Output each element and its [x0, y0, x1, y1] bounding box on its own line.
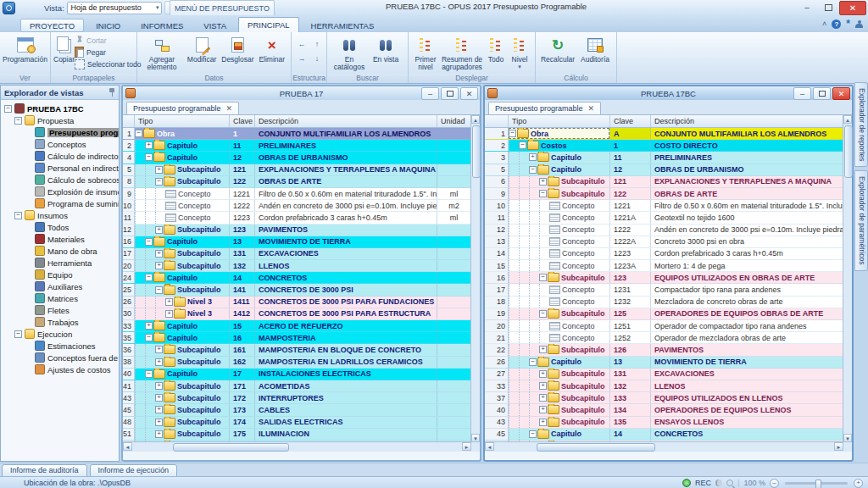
move-down-button[interactable]: ↓: [309, 52, 325, 64]
column-header-descripcion[interactable]: Descripción: [651, 115, 843, 127]
nivel-button[interactable]: Nivel ▾: [508, 34, 531, 70]
row-number-cell[interactable]: 36: [123, 344, 135, 355]
row-expander-icon[interactable]: +: [155, 166, 163, 174]
tree-item[interactable]: Auxiliares: [3, 280, 119, 292]
scroll-up-icon[interactable]: ▲: [471, 115, 480, 124]
tipo-cell[interactable]: +Subcapitulo: [135, 429, 230, 440]
tree-item[interactable]: −Propuesta: [3, 114, 119, 126]
clave-cell[interactable]: 1221A: [610, 212, 651, 223]
row-expander-icon[interactable]: +: [529, 153, 537, 161]
tree-item[interactable]: −Ejecucion: [3, 328, 119, 340]
descripcion-cell[interactable]: ENSAYOS LLENOS: [651, 417, 843, 428]
resumen-agrupadores-button[interactable]: Resumen de agrupadores: [440, 34, 484, 72]
restore-button[interactable]: [818, 1, 838, 14]
table-row[interactable]: 40+Subcapitulo134OPERADORES DE EQUIPOS L…: [485, 404, 843, 416]
tipo-cell[interactable]: −Subcapitulo: [135, 176, 230, 187]
clave-cell[interactable]: 1412: [230, 308, 255, 319]
tree-item[interactable]: Estimaciones: [3, 340, 119, 352]
table-row[interactable]: 43+Subcapitulo135ENSAYOS LLENOS: [485, 417, 843, 429]
table-row[interactable]: 24−Capitulo14CONCRETOS: [123, 272, 471, 284]
row-number-cell[interactable]: 9: [485, 188, 509, 199]
table-row[interactable]: 15Concepto1223AMortero 1: 4 de pega: [485, 260, 843, 272]
user-account-icon[interactable]: [855, 20, 863, 28]
descripcion-cell[interactable]: Operador de mezcladora obras de arte: [651, 332, 843, 343]
row-number-cell[interactable]: 11: [123, 212, 135, 223]
table-row[interactable]: 30+Nivel 31412CONCRETOS DE 3000 PSI PARA…: [123, 308, 471, 320]
row-number-cell[interactable]: 1: [485, 128, 509, 139]
clave-cell[interactable]: 1221: [610, 200, 651, 211]
unidad-cell[interactable]: [437, 272, 471, 283]
table-row[interactable]: 5−Capitulo12OBRAS DE URBANISMO: [485, 164, 843, 176]
programacion-button[interactable]: Programación: [3, 34, 47, 64]
descripcion-cell[interactable]: ACOMETIDAS: [255, 380, 437, 391]
row-expander-icon[interactable]: +: [539, 382, 547, 390]
close-button[interactable]: ✕: [832, 87, 850, 100]
descripcion-cell[interactable]: EXCAVACIONES: [651, 369, 843, 380]
row-number-cell[interactable]: 51: [123, 429, 135, 440]
table-row[interactable]: 1−Obra1CONJUNTO MULTIFAMILIAR LOS ALMEND…: [123, 128, 471, 140]
tipo-cell[interactable]: −Subcapitulo: [509, 308, 610, 319]
row-expander-icon[interactable]: +: [539, 370, 547, 378]
tipo-cell[interactable]: +Subcapitulo: [135, 260, 230, 271]
tipo-cell[interactable]: −Subcapitulo: [135, 284, 230, 295]
table-row[interactable]: 25−Subcapitulo141CONCRETOS DE 3000 PSI: [123, 284, 471, 296]
clave-cell[interactable]: 123: [230, 225, 255, 236]
table-row[interactable]: 9Concepto1221Filtro de 0.50 x 0.60m en m…: [123, 188, 471, 200]
scroll-left-icon[interactable]: ◄: [485, 442, 494, 451]
descripcion-cell[interactable]: CABLES: [255, 404, 437, 415]
unidad-cell[interactable]: [437, 152, 471, 163]
minimize-button[interactable]: –: [421, 87, 439, 100]
tree-item[interactable]: Matrices: [3, 292, 119, 304]
table-row[interactable]: 20Concepto1251Operador de compactador ti…: [485, 320, 843, 332]
tab-informe-de-ejecucion[interactable]: Informe de ejecución: [90, 464, 178, 477]
row-expander-icon[interactable]: +: [539, 406, 547, 413]
table-row[interactable]: 11Concepto1223Cordon prefabricado 3 cara…: [123, 212, 471, 224]
row-number-cell[interactable]: 26: [123, 297, 135, 308]
restore-button[interactable]: [813, 87, 831, 100]
restore-button[interactable]: [441, 87, 459, 100]
descripcion-cell[interactable]: EQUIPOS UTILIZADOS EN LLENOS: [651, 392, 843, 403]
row-expander-icon[interactable]: +: [155, 430, 163, 438]
row-expander-icon[interactable]: −: [135, 130, 142, 137]
descripcion-cell[interactable]: EQUIPOS UTILIZADOS EN OBRAS DE ARTE: [651, 272, 843, 283]
table-row[interactable]: 27+Subcapitulo131EXCAVACIONES: [485, 369, 843, 380]
clave-cell[interactable]: 133: [610, 392, 651, 403]
unidad-cell[interactable]: [437, 344, 471, 355]
table-row[interactable]: 13Concepto1222AConcreto 3000 psi en obra: [485, 236, 843, 248]
minimize-button[interactable]: –: [797, 1, 817, 14]
row-number-cell[interactable]: 2: [485, 140, 509, 151]
tab-explorador-de-reportes[interactable]: Explorador de reportes: [854, 82, 868, 167]
clave-cell[interactable]: 12: [610, 164, 651, 175]
column-header-tipo[interactable]: Tipo: [509, 115, 610, 127]
row-number-cell[interactable]: 16: [123, 236, 135, 247]
table-row[interactable]: 12+Subcapitulo123PAVIMENTOS: [123, 225, 471, 236]
row-expander-icon[interactable]: +: [145, 322, 153, 330]
clave-cell[interactable]: 126: [610, 344, 651, 355]
tipo-cell[interactable]: Concepto: [509, 200, 610, 211]
todo-button[interactable]: Todo: [484, 34, 508, 64]
clave-cell[interactable]: 141: [230, 284, 255, 295]
descripcion-cell[interactable]: CONJUNTO MULTIFAMILIAR LOS ALMENDROS: [255, 128, 437, 139]
row-number-cell[interactable]: 25: [123, 284, 135, 295]
unidad-cell[interactable]: [437, 404, 471, 415]
table-row[interactable]: 19−Subcapitulo125OPERADORES DE EQUIPOS O…: [485, 308, 843, 320]
clave-cell[interactable]: 132: [230, 260, 255, 271]
unidad-cell[interactable]: [437, 417, 471, 428]
scroll-right-icon[interactable]: ►: [462, 442, 471, 451]
descripcion-cell[interactable]: OBRAS DE URBANISMO: [255, 152, 437, 163]
tab-proyecto[interactable]: PROYECTO: [20, 19, 84, 32]
clave-cell[interactable]: 1223A: [610, 260, 651, 271]
en-vista-button[interactable]: En vista: [369, 34, 403, 64]
tipo-cell[interactable]: −Capitulo: [135, 236, 230, 247]
tab-informes[interactable]: INFORMES: [132, 19, 192, 32]
tree-expander-icon[interactable]: −: [14, 212, 22, 219]
descripcion-cell[interactable]: Operador de compactador tipo rana andene…: [651, 320, 843, 331]
tipo-cell[interactable]: −Capitulo: [135, 369, 230, 380]
tipo-cell[interactable]: −Obra: [135, 128, 230, 139]
clave-cell[interactable]: 131: [230, 248, 255, 259]
clave-cell[interactable]: 1232: [610, 297, 651, 308]
clave-cell[interactable]: 125: [610, 308, 651, 319]
table-row[interactable]: 17Concepto1231Compactador tipo rana para…: [485, 284, 843, 296]
row-number-cell[interactable]: 5: [123, 164, 135, 175]
row-expander-icon[interactable]: −: [509, 130, 516, 137]
